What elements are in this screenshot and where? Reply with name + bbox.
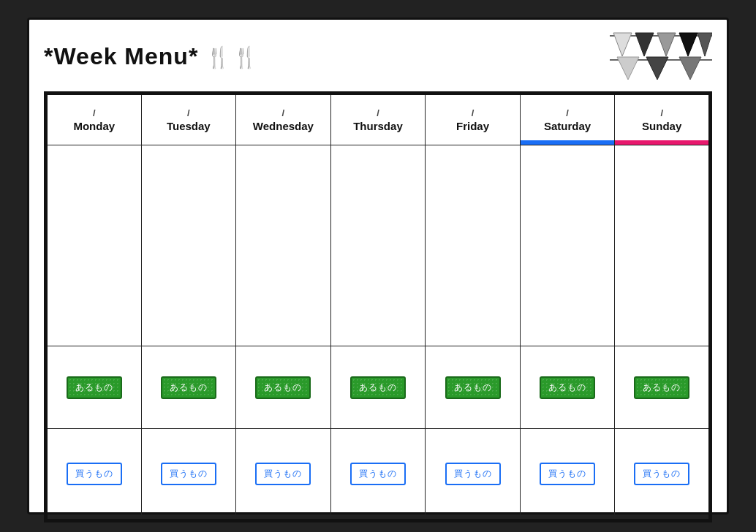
badge-green-wednesday[interactable]: あるもの <box>255 376 311 399</box>
content-tuesday[interactable] <box>141 145 236 346</box>
content-wednesday[interactable] <box>236 145 331 346</box>
content-thursday[interactable] <box>330 145 426 346</box>
header-monday: / Monday <box>47 94 142 145</box>
badge-blue-tuesday[interactable]: 買うもの <box>161 463 216 485</box>
badge-green-monday[interactable]: あるもの <box>67 376 122 399</box>
arumo-friday[interactable]: あるもの <box>426 346 521 429</box>
arumo-thursday[interactable]: あるもの <box>330 346 426 429</box>
badge-blue-friday[interactable]: 買うもの <box>445 463 501 485</box>
content-sunday[interactable] <box>615 145 710 346</box>
kau-monday[interactable]: 買うもの <box>47 428 142 520</box>
arumo-sunday[interactable]: あるもの <box>615 346 710 429</box>
kau-row: 買うもの 買うもの 買うもの 買うもの 買うもの 買うもの <box>47 428 710 520</box>
content-monday[interactable] <box>47 145 142 346</box>
badge-blue-sunday[interactable]: 買うもの <box>634 463 689 485</box>
svg-marker-9 <box>679 57 701 80</box>
badge-green-saturday[interactable]: あるもの <box>540 376 595 399</box>
header-row: / Monday / Tuesday / Wednesday / Thursda… <box>47 94 710 145</box>
main-content-row <box>47 145 710 346</box>
kau-tuesday[interactable]: 買うもの <box>141 428 236 520</box>
svg-marker-2 <box>635 33 654 56</box>
svg-marker-8 <box>646 57 668 80</box>
kau-friday[interactable]: 買うもの <box>426 428 521 520</box>
kau-thursday[interactable]: 買うもの <box>330 428 426 520</box>
saturday-highlight <box>521 140 615 145</box>
kau-wednesday[interactable]: 買うもの <box>236 428 331 520</box>
svg-marker-7 <box>617 57 639 80</box>
arumo-monday[interactable]: あるもの <box>47 346 142 429</box>
page-title: *Week Menu* 🍴🍴 <box>44 43 260 70</box>
bunting-decoration <box>610 27 712 86</box>
sunday-highlight <box>615 140 708 145</box>
header-friday: / Friday <box>426 94 521 145</box>
arumo-tuesday[interactable]: あるもの <box>141 346 236 429</box>
badge-green-sunday[interactable]: あるもの <box>634 376 689 399</box>
badge-green-friday[interactable]: あるもの <box>445 376 501 399</box>
content-saturday[interactable] <box>520 145 615 346</box>
header: *Week Menu* 🍴🍴 <box>44 27 712 86</box>
svg-marker-3 <box>657 33 676 56</box>
badge-blue-monday[interactable]: 買うもの <box>67 463 122 485</box>
page: *Week Menu* 🍴🍴 <box>27 18 729 514</box>
title-text: *Week Menu* <box>44 43 198 69</box>
arumo-saturday[interactable]: あるもの <box>520 346 615 429</box>
svg-marker-4 <box>679 33 698 56</box>
arumo-row: あるもの あるもの あるもの あるもの あるもの あるもの <box>47 346 710 429</box>
svg-marker-1 <box>613 33 632 56</box>
kau-saturday[interactable]: 買うもの <box>520 428 615 520</box>
header-tuesday: / Tuesday <box>141 94 236 145</box>
badge-blue-saturday[interactable]: 買うもの <box>540 463 595 485</box>
badge-blue-wednesday[interactable]: 買うもの <box>255 463 311 485</box>
badge-blue-thursday[interactable]: 買うもの <box>350 463 406 485</box>
badge-green-tuesday[interactable]: あるもの <box>161 376 216 399</box>
header-sunday: / Sunday <box>615 94 710 145</box>
svg-marker-5 <box>698 33 712 56</box>
header-saturday: / Saturday <box>520 94 615 145</box>
arumo-wednesday[interactable]: あるもの <box>236 346 331 429</box>
header-wednesday: / Wednesday <box>236 94 331 145</box>
content-friday[interactable] <box>426 145 521 346</box>
fork-knife-icon: 🍴🍴 <box>205 46 260 69</box>
kau-sunday[interactable]: 買うもの <box>615 428 710 520</box>
header-thursday: / Thursday <box>330 94 426 145</box>
weekly-grid: / Monday / Tuesday / Wednesday / Thursda… <box>44 91 712 522</box>
badge-green-thursday[interactable]: あるもの <box>350 376 406 399</box>
